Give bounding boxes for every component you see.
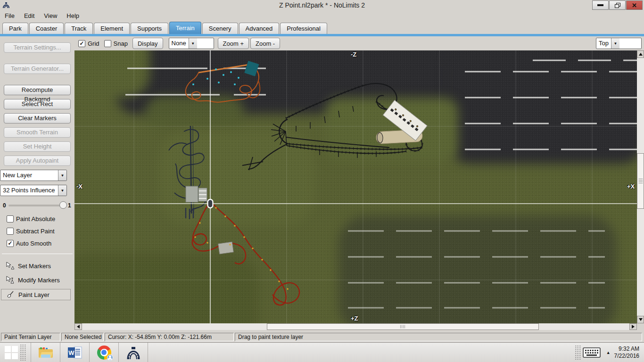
terrain-sidebar: Terrain Settings... Terrain Generator...… [0, 36, 74, 332]
status-cursor-coords: Cursor: X: -54.85m Y: 0.00m Z: -121.66m [105, 333, 234, 341]
nolimits2-taskbar-button[interactable] [119, 343, 148, 362]
status-mode: Paint Terrain Layer [1, 333, 60, 341]
touch-keyboard-button[interactable] [581, 345, 603, 361]
start-button[interactable] [0, 343, 31, 362]
paint-layer-tool[interactable]: Paint Layer [1, 289, 71, 300]
set-markers-tool[interactable]: Set Markers [1, 261, 71, 271]
layer-dropdown[interactable]: New Layer ▼ [0, 170, 67, 181]
tab-professional[interactable]: Professional [280, 23, 327, 34]
scroll-left-button[interactable] [74, 323, 82, 330]
paint-absolute-checkbox[interactable] [7, 215, 14, 222]
tabbar: Park Coaster Track Element Supports Terr… [0, 21, 644, 34]
horizontal-scroll-thumb[interactable] [267, 323, 539, 330]
chrome-taskbar-button[interactable] [90, 343, 119, 362]
word-taskbar-button[interactable]: W [60, 343, 90, 362]
smooth-terrain-button[interactable]: Smooth Terrain [4, 127, 71, 138]
terrain-settings-button[interactable]: Terrain Settings... [4, 42, 71, 53]
folder-icon [38, 346, 54, 359]
axis-label-neg-x: -X [76, 183, 83, 190]
slider-track[interactable] [8, 205, 66, 206]
tab-track[interactable]: Track [65, 23, 93, 34]
file-explorer-taskbar-button[interactable] [31, 343, 60, 362]
menu-edit[interactable]: Edit [19, 11, 39, 20]
paint-absolute-label: Paint Absolute [16, 215, 55, 222]
scroll-down-button[interactable] [637, 316, 644, 323]
windows-logo-icon [5, 346, 18, 359]
layer-dropdown-value: New Layer [0, 170, 58, 181]
nolimits-icon [126, 345, 141, 360]
scroll-down-icon [639, 318, 643, 321]
paint-layer-icon [6, 290, 15, 299]
snap-checkbox[interactable] [104, 40, 111, 47]
influence-dropdown-value: 32 Points Influence [0, 185, 58, 196]
scroll-up-icon [639, 53, 643, 56]
tab-advanced[interactable]: Advanced [239, 23, 280, 34]
minimize-button[interactable] [592, 0, 609, 10]
recompute-backgrnd-button[interactable]: Recompute Backgrnd [4, 85, 71, 95]
horizontal-scrollbar[interactable] [74, 323, 637, 330]
slider-min-label: 0 [3, 202, 7, 209]
tab-park[interactable]: Park [2, 23, 28, 34]
tab-element[interactable]: Element [94, 23, 130, 34]
taskbar-clock[interactable]: 9:32 AM 7/22/2016 [614, 346, 639, 360]
texture-dropdown[interactable]: None ▼ [169, 38, 214, 49]
system-tray: ▲ 9:32 AM 7/22/2016 [573, 343, 644, 362]
axis-label-pos-x: +X [627, 183, 635, 190]
statusbar: Paint Terrain Layer None Selected Cursor… [0, 332, 644, 342]
close-button[interactable]: ✕ [626, 0, 643, 10]
set-height-button[interactable]: Set Height [4, 141, 71, 152]
vertical-scrollbar[interactable] [637, 50, 644, 323]
close-icon: ✕ [632, 2, 637, 8]
sidebar-separator [2, 254, 73, 254]
menu-file[interactable]: File [0, 11, 19, 20]
axis-label-pos-z: +Z [351, 315, 358, 322]
zoom-out-button[interactable]: Zoom - [250, 38, 280, 49]
display-button[interactable]: Display [132, 38, 163, 49]
clear-markers-button[interactable]: Clear Markers [4, 113, 71, 123]
subtract-paint-checkbox[interactable] [7, 228, 14, 235]
scroll-up-button[interactable] [637, 50, 644, 58]
terrain-toolbar: ✓ Grid Snap Display None ▼ Zoom + Zoom -… [74, 36, 644, 50]
scroll-right-icon [632, 325, 635, 329]
red-coaster-station [218, 242, 234, 254]
show-hidden-icons-button[interactable]: ▲ [606, 350, 611, 355]
tray-grip [575, 345, 581, 360]
orange-coaster [186, 61, 260, 102]
restore-button[interactable] [609, 0, 626, 10]
taskbar-grip [20, 344, 26, 361]
modify-markers-tool[interactable]: Modify Markers [1, 275, 71, 285]
menu-help[interactable]: Help [62, 11, 84, 20]
dark-navy-coaster [169, 126, 207, 219]
scroll-left-icon [77, 325, 80, 329]
terrain-viewport-canvas[interactable]: -Z +Z -X +X [74, 50, 637, 323]
dropdown-arrow-icon: ▼ [189, 38, 197, 49]
clock-time: 9:32 AM [614, 346, 639, 353]
view-direction-dropdown[interactable]: Top ▼ [596, 38, 642, 49]
paint-cursor [208, 199, 213, 208]
terrain-generator-button[interactable]: Terrain Generator... [4, 64, 71, 74]
apply-autopaint-button[interactable]: Apply Autopaint [4, 156, 71, 166]
windows-taskbar: W [0, 342, 644, 362]
select-rect-button[interactable]: Select Rect [4, 99, 71, 109]
tab-supports[interactable]: Supports [131, 23, 168, 34]
clock-date: 7/22/2016 [614, 353, 639, 360]
tab-coaster[interactable]: Coaster [29, 23, 64, 34]
scroll-right-button[interactable] [629, 323, 637, 330]
titlebar: Z Point.nl2park * - NoLimits 2 ✕ [0, 0, 644, 10]
slider-handle[interactable] [59, 201, 67, 209]
influence-dropdown[interactable]: 32 Points Influence ▼ [0, 185, 67, 196]
thumb-grip [400, 325, 406, 329]
support-dots [194, 207, 289, 290]
zoom-in-button[interactable]: Zoom + [218, 38, 249, 49]
status-selection: None Selected [61, 333, 104, 341]
vertical-scroll-thumb[interactable] [637, 153, 644, 209]
tab-terrain[interactable]: Terrain [169, 22, 201, 34]
terrain-overlay-graphics [74, 50, 637, 323]
auto-smooth-checkbox[interactable]: ✓ [7, 240, 14, 247]
grid-checkbox[interactable]: ✓ [78, 40, 85, 47]
tab-scenery[interactable]: Scenery [202, 23, 238, 34]
word-icon: W [67, 346, 83, 359]
gray-platform [186, 186, 198, 202]
menu-view[interactable]: View [39, 11, 62, 20]
paint-strength-slider: 0 1 [3, 201, 72, 210]
